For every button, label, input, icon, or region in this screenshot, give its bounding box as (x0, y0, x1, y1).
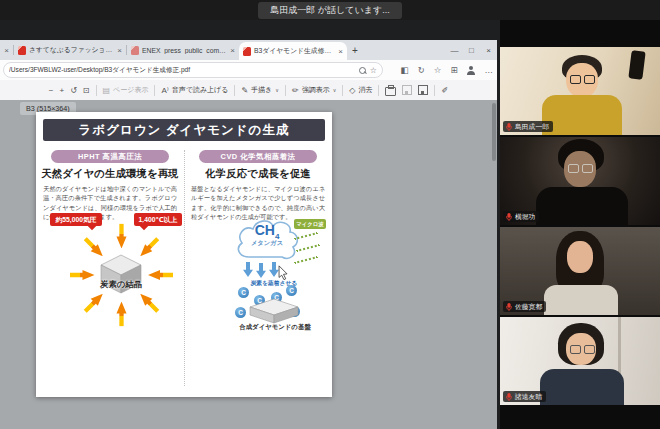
read-aloud-button[interactable]: A⁾ 音声で読み上げる (161, 85, 228, 95)
pressure-arrow (115, 302, 127, 327)
phone-prop (628, 50, 645, 79)
slide-title: ラボグロウン ダイヤモンドの生成 (43, 119, 325, 141)
add-favorite-icon[interactable]: ☆ (370, 66, 377, 75)
participant-name-badge: 佐藤寛都 (503, 301, 546, 312)
pdf-file-icon (18, 46, 26, 55)
address-field[interactable]: /Users/3FWBLW2-user/Desktop/B3ダイヤモンド生成修正… (3, 62, 383, 78)
favorites-icon[interactable]: ☆ (434, 65, 442, 75)
erase-button[interactable]: ◇ 消去 (349, 85, 372, 95)
chevron-down-icon[interactable]: ∨ (275, 87, 279, 93)
close-tab-icon[interactable]: × (117, 46, 122, 55)
pdf-page: ラボグロウン ダイヤモンドの生成 HPHT 高温高圧法 天然ダイヤの生成環境を再… (36, 112, 332, 397)
new-tab-button[interactable]: + (347, 40, 363, 60)
participant-tile-1[interactable]: 島田成一郎 (500, 47, 660, 135)
pressure-arrow (115, 224, 127, 249)
draw-button[interactable]: ✎ 手描き ∨ (241, 85, 279, 95)
screen-share-region: × さすてなぶるファッション.pdf × ENEX_press_public_c… (0, 20, 500, 429)
pdf-file-icon (243, 47, 251, 56)
rotate-button[interactable]: ↺ (70, 86, 77, 95)
participants-sidebar: 島田成一郎 横堀功 (500, 20, 660, 429)
browser-action-icons: ◧ ↻ ☆ ⊞ … (401, 60, 493, 80)
glasses (568, 75, 596, 84)
page-view-button[interactable]: ▤ ページ表示 (103, 85, 149, 95)
close-window-button[interactable]: × (480, 46, 497, 55)
glasses (568, 345, 596, 354)
pressure-callout: 約55,000気圧 (50, 213, 102, 226)
methane-label: メタンガス (234, 239, 300, 248)
muted-mic-icon (505, 302, 513, 312)
tab-sustainable-fashion[interactable]: さすてなぶるファッション.pdf × (14, 40, 126, 60)
page-view-icon: ▤ (103, 86, 111, 95)
annotate-pin-icon[interactable]: ✐ (441, 86, 448, 95)
close-tab-icon[interactable]: × (230, 46, 235, 55)
close-tab-icon[interactable]: × (338, 47, 343, 56)
profile-avatar-icon[interactable] (467, 66, 476, 75)
address-url: /Users/3FWBLW2-user/Desktop/B3ダイヤモンド生成修正… (9, 66, 355, 75)
meeting-window: 島田成一郎 が話しています... × さすてなぶるファッション.pdf × EN… (0, 0, 660, 429)
participant-name: 横堀功 (515, 212, 535, 222)
tab-enex-press[interactable]: ENEX_press_public_compressed.. × (127, 40, 239, 60)
carbon-crystal-cube (98, 253, 144, 297)
tab-label: ENEX_press_public_compressed.. (142, 47, 227, 54)
read-aloud-label: 音声で読み上げる (172, 85, 229, 95)
refresh-icon[interactable]: ↻ (418, 65, 425, 75)
more-menu-icon[interactable]: … (485, 65, 494, 75)
pdf-viewer[interactable]: B3 (515×364) ラボグロウン ダイヤモンドの生成 HPHT 高温高圧法… (0, 100, 497, 429)
carbon-atom: C (286, 285, 297, 296)
pdf-file-icon (131, 46, 139, 55)
tab-label: さすてなぶるファッション.pdf (29, 45, 114, 55)
page-view-label: ページ表示 (113, 85, 148, 95)
toolbar-separator (154, 85, 155, 96)
temperature-callout: 1,400℃以上 (134, 213, 182, 226)
hpht-heading: 天然ダイヤの生成環境を再現 (40, 167, 180, 181)
participant-tile-4[interactable]: 諸遠友晴 (500, 317, 660, 405)
scrollbar-thumb[interactable] (492, 103, 496, 161)
glasses (566, 164, 594, 173)
muted-mic-icon (505, 212, 513, 222)
cvd-badge: CVD 化学気相蒸着法 (199, 150, 317, 163)
draw-pen-icon: ✎ (241, 86, 248, 95)
window-controls: — □ × (446, 40, 497, 60)
maximize-button[interactable]: □ (463, 46, 480, 55)
erase-label: 消去 (358, 85, 372, 95)
address-bar-row: /Users/3FWBLW2-user/Desktop/B3ダイヤモンド生成修正… (0, 60, 497, 81)
cvd-heading: 化学反応で成長を促進 (188, 167, 328, 181)
participant-name: 諸遠友晴 (515, 392, 542, 402)
tab-label: B3ダイヤモンド生成修正.pdf (254, 46, 335, 56)
carbon-crystal-label: 炭素の結晶 (61, 279, 181, 290)
tab-b3-diamond-active[interactable]: B3ダイヤモンド生成修正.pdf × (239, 42, 347, 60)
tab-strip: × さすてなぶるファッション.pdf × ENEX_press_public_c… (0, 40, 497, 60)
toolbar-separator (434, 85, 435, 96)
mouse-cursor (278, 265, 289, 281)
minimize-button[interactable]: — (446, 46, 463, 55)
microwave-badge: マイクロ波 (294, 219, 326, 229)
pdf-toolbar: − + ↺ ⊡ ▤ ページ表示 A⁾ 音声で読み上げる ✎ 手描き (0, 80, 497, 101)
diamond-base-label: 合成ダイヤモンドの基盤 (220, 323, 330, 332)
fit-page-button[interactable]: ⊡ (83, 86, 90, 95)
diamond-base-slab (248, 297, 300, 325)
participant-name-badge: 横堀功 (503, 211, 539, 222)
save-button[interactable] (402, 85, 412, 95)
zoom-search-icon[interactable] (359, 67, 366, 74)
zoom-in-button[interactable]: + (59, 86, 64, 95)
chevron-down-icon[interactable]: ∨ (333, 87, 337, 93)
draw-label: 手描き (251, 85, 272, 95)
split-screen-icon[interactable]: ◧ (401, 65, 409, 75)
toolbar-separator (285, 85, 286, 96)
hpht-badge: HPHT 高温高圧法 (51, 150, 169, 163)
save-as-button[interactable] (418, 85, 428, 95)
participant-tile-3[interactable]: 佐藤寛都 (500, 227, 660, 315)
participant-name: 島田成一郎 (515, 122, 549, 132)
eraser-icon: ◇ (349, 86, 355, 95)
toolbar-separator (234, 85, 235, 96)
highlight-button[interactable]: ✏ 強調表示 ∨ (292, 85, 336, 95)
toolbar-separator (378, 85, 379, 96)
zoom-out-button[interactable]: − (49, 86, 54, 95)
deposit-arrow (256, 263, 266, 278)
muted-mic-icon (505, 122, 513, 132)
speaking-banner: 島田成一郎 が話しています... (0, 0, 660, 20)
participant-tile-2[interactable]: 横堀功 (500, 137, 660, 225)
collections-icon[interactable]: ⊞ (450, 65, 457, 75)
print-button[interactable] (385, 87, 396, 96)
close-tab-partial-button[interactable]: × (0, 40, 13, 60)
